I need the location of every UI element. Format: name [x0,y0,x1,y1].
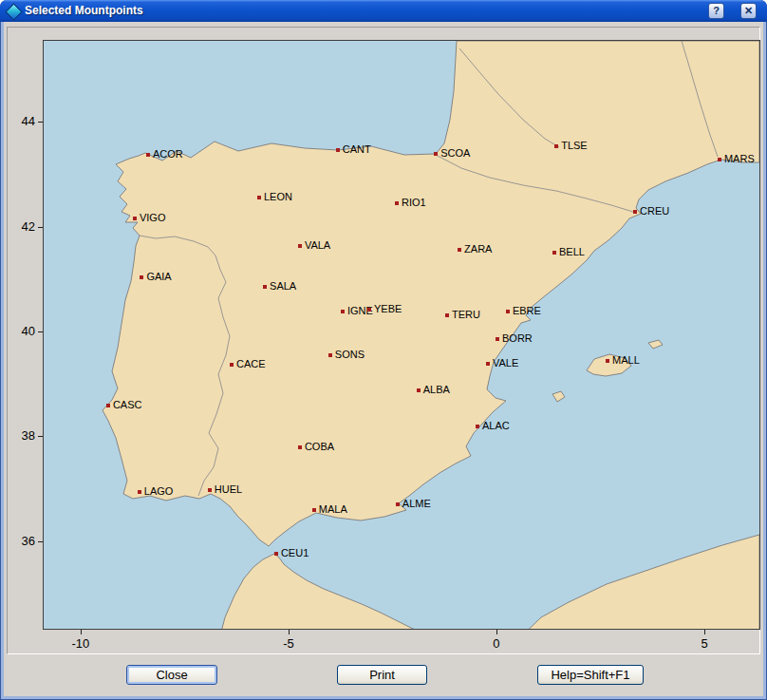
y-tick [38,122,43,123]
station-label: ACOR [153,148,183,161]
station-marker-COBA [298,445,302,449]
station-label: VALA [305,239,330,252]
station-label: CACE [236,358,266,370]
station-label: RIO1 [402,197,426,209]
station-marker-GAIA [140,275,143,279]
station-marker-RIO1 [395,201,399,205]
station-marker-MALA [312,508,316,512]
x-tick-label: 0 [474,636,519,651]
y-tick [38,541,43,542]
station-marker-CREU [633,210,637,214]
station-marker-LEON [257,196,261,199]
x-tick [704,630,705,634]
map-plot-area: ACORCANTSCOATLSEMARSLEONRIO1CREUVIGOVALA… [43,40,760,630]
station-label: MALL [612,354,640,367]
station-label: TLSE [561,140,588,152]
station-marker-VALE [486,362,490,366]
station-label: VIGO [140,212,166,224]
station-marker-BELL [552,251,556,255]
station-label: SCOA [440,147,470,160]
station-label: GAIA [146,271,171,283]
station-marker-TERU [445,313,449,317]
x-tick-label: -10 [58,636,103,651]
station-marker-YEBE [367,308,371,312]
station-marker-SCOA [434,152,438,156]
y-tick-label: 40 [10,324,35,338]
station-label: LAGO [144,485,174,498]
dialog-window: Selected Mountpoints ? ✕ ACORCANTSCOATLS… [0,0,767,700]
y-tick [38,227,43,228]
station-marker-ALBA [417,388,421,392]
station-label: ALME [402,498,431,510]
map-svg [44,41,759,629]
station-label: CASC [113,399,142,411]
station-label: ALBA [423,384,450,396]
station-marker-LAGO [138,490,141,494]
station-label: CREU [640,205,669,218]
x-tick [81,630,82,634]
y-tick [38,331,43,332]
station-marker-ZARA [458,248,461,252]
station-marker-BORR [496,337,499,341]
x-tick [496,630,497,634]
close-icon[interactable]: ✕ [740,3,757,19]
print-button[interactable]: Print [337,665,427,685]
y-tick-label: 36 [10,534,35,548]
y-tick-label: 44 [10,114,35,128]
station-label: BORR [502,332,533,345]
station-label: COBA [305,441,334,453]
station-marker-ALME [396,502,400,506]
station-label: HUEL [215,483,242,496]
station-label: ALAC [482,420,510,432]
station-marker-ALAC [476,425,479,428]
station-label: ZARA [464,243,492,255]
station-marker-VIGO [133,217,137,220]
y-tick-label: 42 [10,219,35,234]
station-label: SALA [270,280,296,293]
station-marker-SALA [263,285,267,289]
station-marker-MALL [606,359,609,363]
app-icon [5,3,22,20]
station-marker-TLSE [554,144,558,148]
help-icon[interactable]: ? [708,3,724,19]
y-tick-label: 38 [10,428,35,443]
station-label: MARS [724,153,755,165]
station-label: MALA [319,503,347,516]
station-marker-HUEL [208,488,212,492]
station-marker-VALA [298,244,302,248]
station-label: VALE [493,357,518,369]
x-tick [289,630,290,634]
help-shortcut-button[interactable]: Help=Shift+F1 [537,665,644,685]
station-marker-MARS [718,158,721,161]
close-button[interactable]: Close [126,665,217,685]
x-tick-label: -5 [266,636,311,651]
station-label: YEBE [374,303,402,315]
station-label: CANT [343,143,371,156]
station-label: EBRE [513,305,541,317]
station-label: CEU1 [281,547,309,559]
station-marker-ACOR [146,153,150,157]
x-tick-label: 5 [682,636,727,651]
map-plot: ACORCANTSCOATLSEMARSLEONRIO1CREUVIGOVALA… [43,40,760,630]
station-marker-SONS [328,353,332,357]
station-marker-IGNE [341,310,345,313]
y-tick [38,436,43,437]
station-marker-CEU1 [274,552,278,556]
station-marker-EBRE [506,310,510,313]
station-label: TERU [452,309,480,321]
station-marker-CASC [106,404,110,407]
window-title: Selected Mountpoints [25,4,143,17]
title-bar[interactable]: Selected Mountpoints ? ✕ [0,0,767,22]
station-marker-CANT [336,148,340,152]
station-label: SONS [335,349,365,361]
station-marker-CACE [230,363,234,367]
station-label: LEON [264,191,292,203]
station-label: BELL [559,246,585,258]
